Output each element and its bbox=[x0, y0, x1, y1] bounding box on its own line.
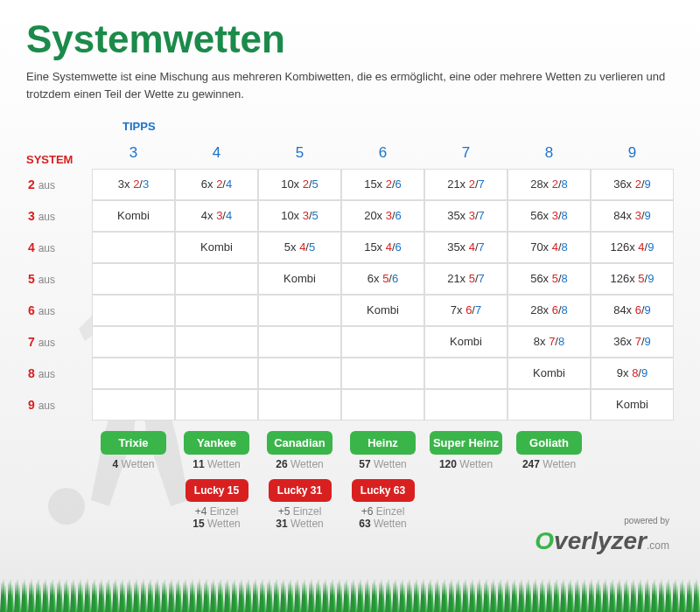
cell-empty bbox=[175, 263, 258, 295]
cell-2-6: 15x 2/6 bbox=[341, 169, 424, 200]
cell-empty bbox=[508, 389, 591, 421]
col-header-3: 3 bbox=[92, 137, 175, 169]
row-header-6: 6 aus bbox=[26, 295, 92, 326]
cell-kombi: Kombi bbox=[258, 263, 341, 295]
tipps-label: TIPPS bbox=[122, 120, 674, 133]
badge-trixie: Trixie 4 Wetten bbox=[92, 431, 175, 470]
cell-5-7: 21x 5/7 bbox=[424, 263, 508, 295]
badge-green-label: Yankee bbox=[184, 431, 249, 455]
cell-3-4: 4x 3/4 bbox=[175, 200, 258, 232]
cell-5-6: 6x 5/6 bbox=[341, 263, 424, 295]
badge-canadian: Canadian 26 Wetten bbox=[258, 431, 341, 470]
cell-empty bbox=[92, 389, 175, 421]
cell-kombi: Kombi bbox=[341, 295, 424, 326]
badge-heinz: Heinz 57 Wetten bbox=[341, 431, 424, 470]
row-header-3: 3 aus bbox=[26, 200, 92, 232]
cell-3-8: 56x 3/8 bbox=[508, 200, 591, 232]
badge-lucky-63: Lucky 63 +6 Einzel63 Wetten bbox=[341, 479, 424, 530]
cell-3-7: 35x 3/7 bbox=[424, 200, 508, 232]
col-header-4: 4 bbox=[175, 137, 258, 169]
badge-green-label: Canadian bbox=[267, 431, 332, 455]
badge-lucky-15: Lucky 15 +4 Einzel15 Wetten bbox=[175, 479, 258, 530]
badge-lucky-31: Lucky 31 +5 Einzel31 Wetten bbox=[258, 479, 341, 530]
cell-6-7: 7x 6/7 bbox=[424, 295, 508, 326]
cell-empty bbox=[175, 389, 258, 421]
cell-empty bbox=[92, 295, 175, 326]
badge-green-label: Trixie bbox=[101, 431, 166, 455]
cell-5-9: 126x 5/9 bbox=[591, 263, 674, 295]
badge-super-heinz: Super Heinz 120 Wetten bbox=[424, 431, 508, 470]
cell-empty bbox=[92, 232, 175, 263]
row-header-7: 7 aus bbox=[26, 326, 92, 358]
cell-empty bbox=[341, 326, 424, 358]
cell-4-6: 15x 4/6 bbox=[341, 232, 424, 263]
cell-empty bbox=[92, 326, 175, 358]
cell-kombi: Kombi bbox=[591, 389, 674, 421]
cell-empty bbox=[258, 326, 341, 358]
cell-4-7: 35x 4/7 bbox=[424, 232, 508, 263]
badge-bets: 26 Wetten bbox=[261, 458, 339, 470]
system-table: 34567892 aus3x 2/36x 2/410x 2/515x 2/621… bbox=[26, 137, 674, 421]
cell-2-4: 6x 2/4 bbox=[175, 169, 258, 200]
badge-bets: 120 Wetten bbox=[427, 458, 505, 470]
cell-4-5: 5x 4/5 bbox=[258, 232, 341, 263]
badge-red-label: Lucky 15 bbox=[186, 479, 248, 502]
cell-kombi: Kombi bbox=[92, 200, 175, 232]
cell-kombi: Kombi bbox=[424, 326, 508, 358]
cell-3-6: 20x 3/6 bbox=[341, 200, 424, 232]
red-badges-row: Lucky 15 +4 Einzel15 Wetten Lucky 31 +5 … bbox=[26, 479, 674, 530]
badge-green-label: Heinz bbox=[350, 431, 416, 455]
row-header-4: 4 aus bbox=[26, 232, 92, 263]
col-header-5: 5 bbox=[258, 137, 341, 169]
cell-empty bbox=[341, 358, 424, 389]
cell-2-9: 36x 2/9 bbox=[591, 169, 674, 200]
grass-decoration bbox=[0, 577, 700, 612]
cell-empty bbox=[175, 326, 258, 358]
badge-bets: 247 Wetten bbox=[510, 458, 588, 470]
cell-4-8: 70x 4/8 bbox=[508, 232, 591, 263]
badge-green-label: Super Heinz bbox=[430, 431, 502, 455]
badge-bets: 11 Wetten bbox=[178, 458, 256, 470]
cell-3-5: 10x 3/5 bbox=[258, 200, 341, 232]
cell-2-3: 3x 2/3 bbox=[92, 169, 175, 200]
cell-empty bbox=[92, 358, 175, 389]
cell-2-7: 21x 2/7 bbox=[424, 169, 508, 200]
cell-4-9: 126x 4/9 bbox=[591, 232, 674, 263]
cell-2-5: 10x 2/5 bbox=[258, 169, 341, 200]
cell-6-9: 84x 6/9 bbox=[591, 295, 674, 326]
cell-empty bbox=[175, 295, 258, 326]
cell-empty bbox=[424, 358, 508, 389]
badge-einzel: +5 Einzel31 Wetten bbox=[261, 505, 339, 530]
cell-empty bbox=[258, 295, 341, 326]
col-header-8: 8 bbox=[508, 137, 591, 169]
col-header-6: 6 bbox=[341, 137, 424, 169]
cell-empty bbox=[424, 389, 508, 421]
svg-rect-1 bbox=[0, 577, 700, 612]
cell-5-8: 56x 5/8 bbox=[508, 263, 591, 295]
badge-red-label: Lucky 31 bbox=[269, 479, 332, 502]
cell-8-9: 9x 8/9 bbox=[591, 358, 674, 389]
col-header-7: 7 bbox=[424, 137, 508, 169]
cell-kombi: Kombi bbox=[508, 358, 591, 389]
cell-empty bbox=[258, 389, 341, 421]
green-badges-row: Trixie 4 Wetten Yankee 11 Wetten Canadia… bbox=[26, 431, 674, 470]
cell-7-8: 8x 7/8 bbox=[508, 326, 591, 358]
badge-einzel: +4 Einzel15 Wetten bbox=[178, 505, 256, 530]
badge-red-label: Lucky 63 bbox=[352, 479, 415, 502]
row-header-8: 8 aus bbox=[26, 358, 92, 389]
subtitle: Eine Systemwette ist eine Mischung aus m… bbox=[26, 68, 674, 102]
system-label: SYSTEM bbox=[26, 153, 73, 166]
cell-empty bbox=[175, 358, 258, 389]
badge-bets: 4 Wetten bbox=[94, 458, 172, 470]
row-header-2: 2 aus bbox=[26, 169, 92, 200]
cell-empty bbox=[258, 358, 341, 389]
badge-green-label: Goliath bbox=[516, 431, 582, 455]
badge-bets: 57 Wetten bbox=[344, 458, 422, 470]
badge-einzel: +6 Einzel63 Wetten bbox=[344, 505, 422, 530]
cell-7-9: 36x 7/9 bbox=[591, 326, 674, 358]
cell-2-8: 28x 2/8 bbox=[508, 169, 591, 200]
cell-3-9: 84x 3/9 bbox=[591, 200, 674, 232]
cell-empty bbox=[341, 389, 424, 421]
badge-goliath: Goliath 247 Wetten bbox=[508, 431, 591, 470]
cell-empty bbox=[92, 263, 175, 295]
